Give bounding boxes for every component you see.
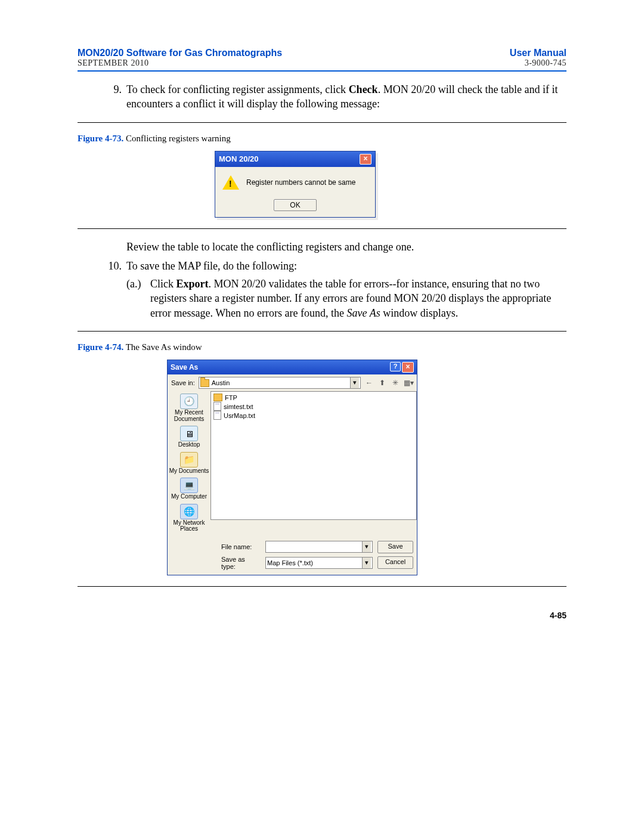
save-as-dialog: Save As ? × Save in: Austin ▾ ← ⬆ ✳ ▦▾ <box>167 360 417 575</box>
figure-4-74-text: The Save As window <box>123 342 202 352</box>
step-10-num: 10. <box>105 259 122 273</box>
figure-4-73-text: Conflicting registers warning <box>123 134 231 143</box>
warning-icon <box>222 175 239 190</box>
warning-dialog: MON 20/20 × Register numbers cannot be s… <box>215 151 376 218</box>
step-10a-t3: window displays. <box>380 307 459 319</box>
save-type-label: Save as type: <box>219 556 261 570</box>
save-as-bottom: File name: ▾ Save Save as type: Map File… <box>168 536 417 575</box>
close-icon[interactable]: × <box>360 154 371 165</box>
my-documents-icon: 📁 <box>180 452 198 467</box>
my-network-icon: 🌐 <box>180 504 198 519</box>
warning-dialog-message: Register numbers cannot be same <box>246 178 355 187</box>
places-recent[interactable]: 🕘 My Recent Documents <box>168 392 210 425</box>
places-my-computer[interactable]: 💻 My Computer <box>168 476 210 503</box>
warning-dialog-body: Register numbers cannot be same OK <box>215 167 375 217</box>
file-item-label: UsrMap.txt <box>224 412 255 419</box>
my-computer-icon: 💻 <box>180 478 198 493</box>
places-my-computer-label: My Computer <box>168 494 210 500</box>
step-10: 10. To save the MAP file, do the followi… <box>105 259 566 273</box>
warning-dialog-wrap: MON 20/20 × Register numbers cannot be s… <box>215 151 566 218</box>
save-in-combo[interactable]: Austin ▾ <box>199 377 361 389</box>
doc-title-right: User Manual <box>510 48 566 58</box>
text-file-icon <box>213 411 221 420</box>
doc-date: SEPTEMBER 2010 <box>78 58 282 68</box>
places-desktop[interactable]: 🖥 Desktop <box>168 425 210 451</box>
cancel-button[interactable]: Cancel <box>377 556 413 569</box>
figure-4-74-caption: Figure 4-74. The Save As window <box>78 342 566 352</box>
places-my-network[interactable]: 🌐 My Network Places <box>168 503 210 535</box>
figure-4-73-label: Figure 4-73. <box>78 134 123 143</box>
file-list-pane[interactable]: FTP simtest.txt UsrMap.txt <box>210 391 417 520</box>
chevron-down-icon[interactable]: ▾ <box>362 541 371 552</box>
step-10a: (a.) Click Export. MON 20/20 validates t… <box>126 277 566 320</box>
manual-page: MON20/20 Software for Gas Chromatographs… <box>0 0 644 656</box>
rule-above-fig74 <box>78 331 566 332</box>
desktop-icon: 🖥 <box>180 426 198 441</box>
figure-4-73-caption: Figure 4-73. Conflicting registers warni… <box>78 134 566 144</box>
file-item-label: simtest.txt <box>224 403 253 410</box>
step-9-text: To check for conflicting register assign… <box>126 82 566 112</box>
file-name-label: File name: <box>219 543 261 550</box>
places-bar: 🕘 My Recent Documents 🖥 Desktop 📁 My Doc… <box>168 391 210 536</box>
save-as-titlebar[interactable]: Save As ? × <box>168 360 417 374</box>
places-my-documents-label: My Documents <box>168 468 210 475</box>
doc-number: 3-9000-745 <box>510 58 566 68</box>
rule-above-fig73 <box>78 122 566 123</box>
file-item-folder[interactable]: FTP <box>213 393 414 402</box>
step-9-num: 9. <box>105 82 122 112</box>
step-9-check-bold: Check <box>349 83 378 95</box>
chevron-down-icon[interactable]: ▾ <box>362 558 371 568</box>
places-desktop-label: Desktop <box>168 442 210 448</box>
text-file-icon <box>213 402 221 411</box>
save-button[interactable]: Save <box>377 541 413 553</box>
warning-dialog-titlebar[interactable]: MON 20/20 × <box>215 151 375 167</box>
save-type-value: Map Files (*.txt) <box>267 559 313 566</box>
views-icon[interactable]: ▦▾ <box>404 378 413 388</box>
step-9: 9. To check for conflicting register ass… <box>105 82 566 112</box>
step-10a-text: Click Export. MON 20/20 validates the ta… <box>150 277 566 320</box>
review-line: Review the table to locate the conflicti… <box>126 240 566 254</box>
step-10a-export-bold: Export <box>177 278 209 290</box>
save-in-label: Save in: <box>171 379 195 386</box>
up-folder-icon[interactable]: ⬆ <box>377 378 387 388</box>
file-item-label: FTP <box>225 394 237 401</box>
step-10a-num: (a.) <box>126 277 145 320</box>
header-rule <box>78 70 566 72</box>
save-as-toolbar: Save in: Austin ▾ ← ⬆ ✳ ▦▾ <box>168 374 417 391</box>
folder-icon <box>213 394 222 401</box>
page-header: MON20/20 Software for Gas Chromatographs… <box>78 48 566 68</box>
save-as-main: 🕘 My Recent Documents 🖥 Desktop 📁 My Doc… <box>168 391 417 536</box>
save-as-dialog-wrap: Save As ? × Save in: Austin ▾ ← ⬆ ✳ ▦▾ <box>167 360 566 575</box>
places-recent-label: My Recent Documents <box>168 410 210 422</box>
save-in-value: Austin <box>212 379 230 386</box>
places-my-network-label: My Network Places <box>168 520 210 532</box>
file-name-input[interactable]: ▾ <box>265 541 373 553</box>
recent-documents-icon: 🕘 <box>180 394 198 409</box>
folder-open-icon <box>200 379 209 387</box>
step-10a-saveas-italic: Save As <box>347 307 380 319</box>
step-9-pre: To check for conflicting register assign… <box>126 83 349 95</box>
doc-title-left: MON20/20 Software for Gas Chromatographs <box>78 48 282 58</box>
figure-4-74-label: Figure 4-74. <box>78 342 123 352</box>
close-icon[interactable]: × <box>402 362 414 373</box>
chevron-down-icon[interactable]: ▾ <box>350 377 359 388</box>
save-as-title: Save As <box>171 363 198 371</box>
back-icon[interactable]: ← <box>364 378 374 388</box>
file-item-txt[interactable]: simtest.txt <box>213 402 414 411</box>
warning-dialog-title: MON 20/20 <box>219 154 258 163</box>
places-my-documents[interactable]: 📁 My Documents <box>168 451 210 477</box>
rule-below-fig73 <box>78 228 566 229</box>
help-icon[interactable]: ? <box>390 362 401 371</box>
step-10-text: To save the MAP file, do the following: <box>126 259 566 273</box>
file-item-txt[interactable]: UsrMap.txt <box>213 411 414 420</box>
page-number: 4-85 <box>78 611 566 620</box>
save-type-combo[interactable]: Map Files (*.txt) ▾ <box>265 557 373 569</box>
new-folder-icon[interactable]: ✳ <box>391 378 400 388</box>
rule-below-fig74 <box>78 586 566 587</box>
ok-button[interactable]: OK <box>274 199 317 211</box>
step-10a-t1: Click <box>150 278 177 290</box>
